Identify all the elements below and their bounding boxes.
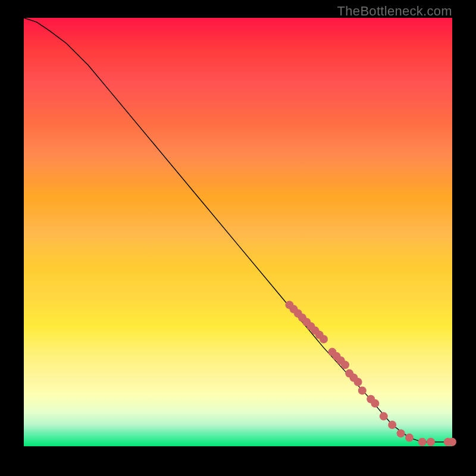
data-point: [320, 335, 328, 343]
data-point: [358, 386, 367, 394]
data-point: [405, 434, 414, 442]
data-point: [341, 361, 349, 369]
watermark-text: TheBottleneck.com: [337, 4, 452, 19]
data-point: [427, 438, 435, 446]
data-point: [418, 438, 427, 446]
curve-line: [24, 18, 452, 442]
plot-area: [24, 18, 452, 446]
data-point: [448, 438, 456, 446]
data-point: [380, 412, 388, 421]
data-point: [397, 429, 405, 437]
chart-svg: [24, 18, 452, 446]
data-point: [354, 378, 362, 386]
data-point: [371, 399, 379, 408]
chart-container: TheBottleneck.com: [0, 0, 476, 476]
data-points: [285, 300, 456, 446]
data-point: [388, 421, 396, 429]
